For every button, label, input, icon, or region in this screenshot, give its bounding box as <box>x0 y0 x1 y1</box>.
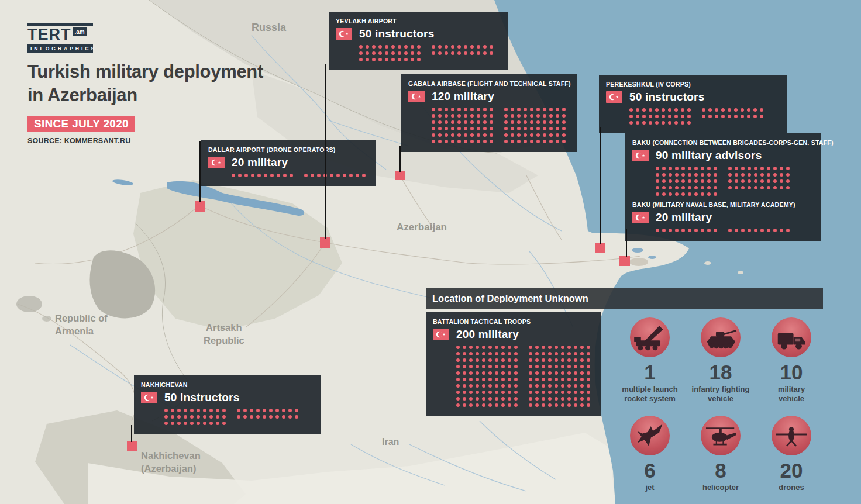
logo-domain-suffix: .am <box>73 27 87 36</box>
callout-baku: BAKU (CONNECTION BETWEEN BRIGADES-CORPS-… <box>625 133 821 241</box>
callout-gabala: GABALA AIRBASE (FLIGHT AND TECHNICAL STA… <box>401 74 577 152</box>
dot-grid <box>656 167 814 196</box>
page-title: Turkish military deployment in Azerbaija… <box>27 60 263 108</box>
callout-value: 50 instructors <box>164 391 239 404</box>
stat-label: infantry fighting vehicle <box>686 385 756 404</box>
turkey-flag-icon <box>141 392 157 403</box>
connector-gabala <box>399 146 401 172</box>
stat-value: 18 <box>686 362 756 382</box>
stat-label: drones <box>756 483 826 492</box>
map-marker-baku <box>619 256 630 266</box>
source-credit: SOURCE: KOMMERSANT.RU <box>27 137 263 145</box>
dot-grid <box>232 174 368 177</box>
stat-jet: 6 jet <box>615 416 685 492</box>
infographic-canvas: Russia Azerbaijan Republic of Armenia Ar… <box>0 0 861 504</box>
unknown-location-header: Location of Deployment Unknown <box>426 288 823 309</box>
since-badge: SINCE JULY 2020 <box>27 116 135 132</box>
header: TERT .am INFOGRAPHICS Turkish military d… <box>27 23 263 145</box>
map-marker-perekeshkul <box>595 243 605 253</box>
dot-grid <box>656 229 814 232</box>
ifv-icon <box>701 317 741 357</box>
map-marker-yevlakh <box>320 237 330 248</box>
turkey-flag-icon <box>433 329 449 340</box>
callout-baku-staff: BAKU (CONNECTION BETWEEN BRIGADES-CORPS-… <box>632 139 814 196</box>
callout-nakhichevan: NAKHICHEVAN 50 instructors <box>134 375 321 434</box>
map-label-iran: Iran <box>382 436 399 448</box>
callout-dallar: DALLAR AIRPORT (DRONE OPERATORS) 20 mili… <box>201 140 376 186</box>
stat-value: 8 <box>686 460 756 481</box>
stat-value: 6 <box>615 460 685 481</box>
dot-grid <box>164 409 314 425</box>
callout-value: 50 instructors <box>359 27 434 40</box>
dot-grid <box>629 108 780 125</box>
connector-dallar <box>199 141 201 202</box>
stat-label: helicopter <box>686 483 756 492</box>
drone-icon <box>772 416 811 455</box>
stat-value: 20 <box>756 460 826 481</box>
callout-title: BAKU (CONNECTION BETWEEN BRIGADES-CORPS-… <box>632 139 814 146</box>
turkey-flag-icon <box>208 157 225 168</box>
logo-wordmark: TERT <box>27 27 71 43</box>
stat-helicopter: 8 helicopter <box>686 416 756 492</box>
callout-title: NAKHICHEVAN <box>141 381 314 388</box>
stat-drones: 20 drones <box>756 416 826 492</box>
stat-value: 10 <box>756 362 826 382</box>
stat-label: multiple launch rocket system <box>615 385 685 404</box>
callout-title: BAKU (MILITARY NAVAL BASE, MILITARY ACAD… <box>632 201 814 208</box>
dot-grid <box>432 108 570 143</box>
jet-icon <box>630 416 670 455</box>
mlrs-icon <box>630 317 670 357</box>
turkey-flag-icon <box>632 212 649 223</box>
turkey-flag-icon <box>408 91 425 102</box>
callout-value: 90 military advisors <box>656 149 762 162</box>
stat-label: jet <box>615 483 685 492</box>
stat-value: 1 <box>615 362 685 382</box>
map-label-azerbaijan: Azerbaijan <box>397 221 447 234</box>
stat-military-vehicle: 10 military vehicle <box>756 317 826 404</box>
map-label-artsakh: Artsakh Republic <box>204 322 244 347</box>
turkey-flag-icon <box>606 91 622 103</box>
stat-ifv: 18 infantry fighting vehicle <box>686 317 756 404</box>
logo-subtitle: INFOGRAPHICS <box>27 44 93 53</box>
map-marker-nakhichevan <box>127 441 137 451</box>
connector-baku <box>626 229 627 257</box>
callout-title: PEREKESHKUL (IV CORPS) <box>606 81 780 88</box>
helicopter-icon <box>701 416 741 455</box>
dot-grid <box>359 45 501 61</box>
callout-value: 120 military <box>432 90 494 103</box>
callout-value: 200 military <box>456 328 519 341</box>
turkey-flag-icon <box>336 28 352 40</box>
callout-baku-naval: BAKU (MILITARY NAVAL BASE, MILITARY ACAD… <box>632 201 814 232</box>
stat-mlrs: 1 multiple launch rocket system <box>615 317 685 404</box>
callout-yevlakh: YEVLAKH AIRPORT 50 instructors <box>329 12 508 70</box>
stat-label: military vehicle <box>756 385 826 404</box>
callout-value: 20 military <box>656 211 712 224</box>
callout-title: DALLAR AIRPORT (DRONE OPERATORS) <box>208 146 368 153</box>
connector-perekeshkul <box>600 127 601 244</box>
callout-title: BATTALION TACTICAL TROOPS <box>433 318 594 325</box>
callout-battalion: BATTALION TACTICAL TROOPS 200 military <box>426 312 601 416</box>
callout-perekeshkul: PEREKESHKUL (IV CORPS) 50 instructors <box>599 75 787 133</box>
turkey-flag-icon <box>632 150 649 161</box>
map-marker-dallar <box>195 201 205 212</box>
map-label-armenia: Republic of Armenia <box>55 312 108 338</box>
connector-yevlakh <box>325 64 326 239</box>
callout-value: 50 instructors <box>629 91 704 103</box>
map-label-nakhichevan-region: Nakhichevan (Azerbaijan) <box>141 450 201 475</box>
tert-logo: TERT .am INFOGRAPHICS <box>27 23 93 53</box>
callout-value: 20 military <box>232 156 288 169</box>
military-vehicle-icon <box>772 317 811 357</box>
map-marker-gabala <box>395 171 405 180</box>
callout-title: YEVLAKH AIRPORT <box>336 18 501 25</box>
dot-grid <box>456 346 594 407</box>
callout-title: GABALA AIRBASE (FLIGHT AND TECHNICAL STA… <box>408 80 570 87</box>
connector-nakhichevan <box>131 425 132 442</box>
